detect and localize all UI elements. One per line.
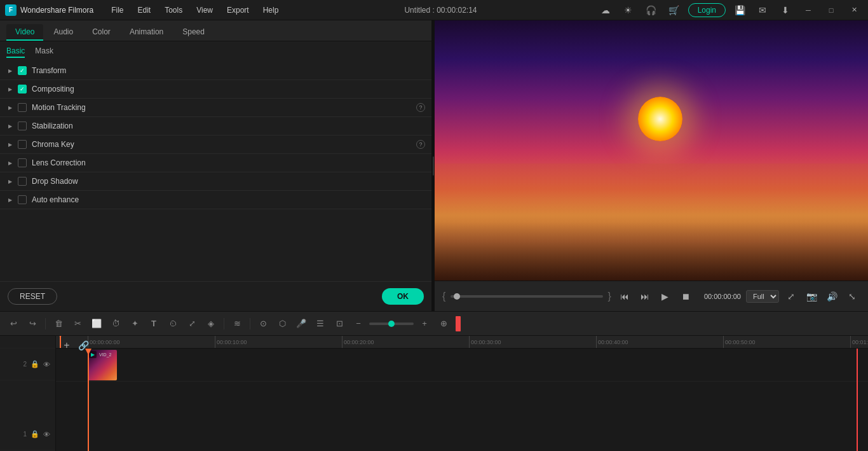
bracket-right-icon[interactable]: } xyxy=(608,291,611,302)
property-lens-correction[interactable]: ▶ Lens Correction xyxy=(0,154,431,172)
add-marker-btn[interactable]: ⊕ xyxy=(435,316,452,332)
menu-edit[interactable]: Edit xyxy=(132,3,158,17)
text-button[interactable]: T xyxy=(146,316,162,332)
menu-file[interactable]: File xyxy=(105,3,130,17)
menu-view[interactable]: View xyxy=(190,3,219,17)
toolbar-strip: ↩ ↪ 🗑 ✂ ⬜ ⏱ ✦ T ⏲ ⤢ ◈ ≋ ⊙ ⬡ 🎤 ☰ ⊡ − + ⊕ xyxy=(0,312,868,336)
checkbox-transform[interactable] xyxy=(18,66,27,75)
bracket-left-icon[interactable]: { xyxy=(442,291,445,302)
property-drop-shadow[interactable]: ▶ Drop Shadow xyxy=(0,172,431,191)
label-compositing: Compositing xyxy=(32,85,425,94)
track-1-lane xyxy=(56,420,868,451)
property-motion-tracking[interactable]: ▶ Motion Tracking ? xyxy=(0,99,431,117)
ripple-icon[interactable]: ⊙ xyxy=(255,316,271,332)
cloud-icon[interactable]: ☁ xyxy=(597,3,614,17)
end-marker-btn[interactable] xyxy=(456,316,461,331)
ruler-mark-60: 00:01:00:00 xyxy=(850,336,868,348)
cart-icon[interactable]: 🛒 xyxy=(665,3,683,17)
tab-video[interactable]: Video xyxy=(6,24,43,41)
help-motion-tracking-icon[interactable]: ? xyxy=(416,103,425,112)
color-button[interactable]: ◈ xyxy=(203,316,219,332)
track-2-lock-icon[interactable]: 🔒 xyxy=(31,360,39,368)
caption-icon[interactable]: ⊡ xyxy=(331,316,348,332)
tab-audio[interactable]: Audio xyxy=(44,24,82,41)
checkbox-chroma-key[interactable] xyxy=(18,140,27,149)
shield-icon[interactable]: ⬡ xyxy=(274,316,290,332)
headset-icon[interactable]: 🎧 xyxy=(642,3,660,17)
property-compositing[interactable]: ▶ Compositing xyxy=(0,80,431,99)
step-back-button[interactable]: ⏮ xyxy=(616,288,633,305)
crop-button[interactable]: ⬜ xyxy=(88,316,105,332)
checkbox-motion-tracking[interactable] xyxy=(18,103,27,112)
audio-button[interactable]: ≋ xyxy=(229,316,245,332)
expand-compositing-icon: ▶ xyxy=(6,85,14,93)
property-auto-enhance[interactable]: ▶ Auto enhance xyxy=(0,191,431,209)
screen-size-icon[interactable]: ⤢ xyxy=(783,288,799,305)
quality-select[interactable]: Full 1/2 1/4 xyxy=(746,290,779,303)
save-icon[interactable]: 💾 xyxy=(731,3,749,17)
speed-button[interactable]: ⏱ xyxy=(107,316,124,332)
zoom-out-btn[interactable]: − xyxy=(350,316,367,332)
frame-forward-button[interactable]: ⏭ xyxy=(637,288,653,305)
track-labels: 2 🔒 👁 1 🔒 👁 xyxy=(0,336,56,451)
property-transform[interactable]: ▶ Transform xyxy=(0,62,431,80)
timer-button[interactable]: ⏲ xyxy=(165,316,181,332)
snapshot-icon[interactable]: 📷 xyxy=(803,288,820,305)
cut-button[interactable]: ✂ xyxy=(69,316,86,332)
sun-icon[interactable]: ☀ xyxy=(620,3,637,17)
sub-tab-basic[interactable]: Basic xyxy=(6,45,25,58)
checkbox-drop-shadow[interactable] xyxy=(18,177,27,186)
checkbox-auto-enhance[interactable] xyxy=(18,195,27,204)
stop-button[interactable]: ⏹ xyxy=(677,288,694,305)
label-motion-tracking: Motion Tracking xyxy=(32,103,412,112)
checkbox-lens-correction[interactable] xyxy=(18,158,27,167)
volume-icon[interactable]: 🔊 xyxy=(824,288,840,305)
timeline-slider-wrap: { } xyxy=(442,291,611,302)
track-1-number: 1 xyxy=(23,431,27,438)
label-drop-shadow: Drop Shadow xyxy=(32,177,425,186)
fullscreen-icon[interactable]: ⤡ xyxy=(844,288,860,305)
menu-export[interactable]: Export xyxy=(220,3,255,17)
tab-animation[interactable]: Animation xyxy=(121,24,172,41)
titlebar-right: ☁ ☀ 🎧 🛒 Login 💾 ✉ ⬇ ─ □ ✕ xyxy=(597,3,863,17)
minimize-button[interactable]: ─ xyxy=(799,3,817,17)
track-1-lock-icon[interactable]: 🔒 xyxy=(31,430,39,438)
right-tool-strip: ⊙ ⬡ 🎤 ☰ ⊡ − + ⊕ xyxy=(255,316,462,332)
clip-label: VID_2 xyxy=(99,352,111,357)
help-chroma-key-icon[interactable]: ? xyxy=(416,140,425,149)
left-panel: Video Audio Color Animation Speed Basic … xyxy=(0,20,432,311)
sep-2 xyxy=(224,318,224,330)
maximize-button[interactable]: □ xyxy=(822,3,840,17)
delete-button[interactable]: 🗑 xyxy=(50,316,67,332)
menu-tools[interactable]: Tools xyxy=(158,3,189,17)
effect-button[interactable]: ✦ xyxy=(126,316,143,332)
checkbox-compositing[interactable] xyxy=(18,85,27,94)
zoom-slider[interactable] xyxy=(369,323,414,325)
reset-button[interactable]: RESET xyxy=(8,288,57,305)
subtitle-icon[interactable]: ☰ xyxy=(312,316,329,332)
track-2-eye-icon[interactable]: 👁 xyxy=(43,361,50,368)
track-gap xyxy=(56,382,868,420)
checkbox-stabilization[interactable] xyxy=(18,121,27,130)
sub-tabs: Basic Mask xyxy=(0,41,431,62)
mic-icon[interactable]: 🎤 xyxy=(293,316,309,332)
download-icon[interactable]: ⬇ xyxy=(776,3,794,17)
menu-help[interactable]: Help xyxy=(257,3,285,17)
tab-color[interactable]: Color xyxy=(83,24,119,41)
track-1-eye-icon[interactable]: 👁 xyxy=(43,431,50,438)
sub-tab-mask[interactable]: Mask xyxy=(35,45,53,58)
redo-button[interactable]: ↪ xyxy=(24,316,41,332)
login-button[interactable]: Login xyxy=(688,3,726,17)
scale-button[interactable]: ⤢ xyxy=(184,316,200,332)
property-chroma-key[interactable]: ▶ Chroma Key ? xyxy=(0,135,431,154)
play-button[interactable]: ▶ xyxy=(657,288,674,305)
tab-speed[interactable]: Speed xyxy=(173,24,214,41)
timeline-slider[interactable] xyxy=(451,295,602,298)
mail-icon[interactable]: ✉ xyxy=(754,3,771,17)
close-button[interactable]: ✕ xyxy=(845,3,863,17)
undo-button[interactable]: ↩ xyxy=(5,316,22,332)
property-stabilization[interactable]: ▶ Stabilization xyxy=(0,117,431,135)
zoom-in-btn[interactable]: + xyxy=(416,316,433,332)
ok-button[interactable]: OK xyxy=(382,288,424,305)
playhead[interactable] xyxy=(60,336,61,348)
